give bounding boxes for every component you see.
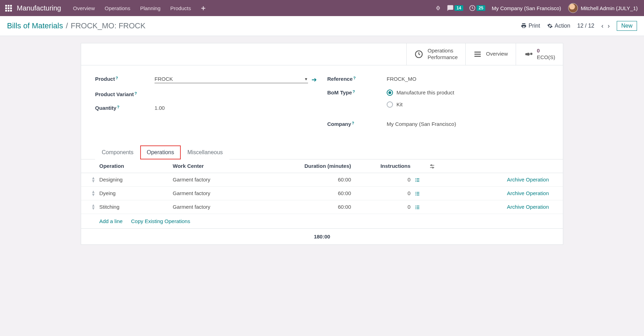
- svg-point-12: [415, 208, 416, 209]
- external-link-icon[interactable]: ➔: [312, 76, 317, 84]
- stat-overview[interactable]: Overview: [465, 43, 516, 65]
- nav-planning[interactable]: Planning: [135, 0, 165, 16]
- tab-operations[interactable]: Operations: [140, 145, 181, 159]
- activities-badge: 25: [477, 5, 485, 11]
- radio-manufacture[interactable]: Manufacture this product: [387, 90, 549, 96]
- svg-point-6: [415, 181, 416, 182]
- svg-point-10: [415, 206, 416, 206]
- company-switcher[interactable]: My Company (San Francisco): [488, 5, 564, 11]
- radio-kit[interactable]: Kit: [387, 101, 549, 108]
- th-instructions[interactable]: Instructions: [351, 163, 410, 169]
- copy-existing-operations[interactable]: Copy Existing Operations: [131, 218, 190, 224]
- debug-icon[interactable]: [435, 5, 441, 11]
- archive-operation-button[interactable]: Archive Operation: [507, 190, 549, 196]
- action-button[interactable]: Action: [547, 23, 570, 29]
- svg-point-4: [415, 178, 416, 179]
- reference-value[interactable]: FROCK_MO: [387, 76, 549, 82]
- apps-icon[interactable]: [3, 5, 14, 12]
- notebook-tabs: Components Operations Miscellaneous: [81, 145, 563, 159]
- svg-point-3: [432, 167, 433, 168]
- print-button[interactable]: Print: [521, 23, 540, 29]
- svg-point-7: [415, 192, 416, 193]
- th-duration[interactable]: Duration (minutes): [271, 163, 351, 169]
- stat-bar: OperationsPerformance Overview 0ECO(S): [81, 43, 563, 65]
- add-a-line[interactable]: Add a line: [99, 218, 123, 224]
- th-work-center[interactable]: Work Center: [173, 163, 271, 169]
- company-value[interactable]: My Company (San Francisco): [387, 121, 549, 127]
- caret-down-icon: ▼: [304, 77, 308, 81]
- pager-prev-icon[interactable]: ‹: [601, 22, 603, 30]
- instructions-list-icon[interactable]: [410, 190, 424, 196]
- product-select[interactable]: FROCK ▼: [155, 76, 308, 83]
- topbar: Manufacturing Overview Operations Planni…: [0, 0, 644, 16]
- breadcrumb-current: FROCK_MO: FROCK: [71, 21, 145, 30]
- th-operation[interactable]: Operation: [99, 163, 173, 169]
- stat-operations-performance[interactable]: OperationsPerformance: [406, 43, 465, 65]
- pager[interactable]: 12 / 12: [577, 23, 594, 29]
- messaging-badge: 14: [455, 5, 463, 11]
- label-variant: Product Variant: [95, 91, 134, 97]
- nav-plus-icon[interactable]: [196, 0, 211, 16]
- help-icon[interactable]: ?: [117, 105, 120, 109]
- table-row[interactable]: ▲▼ Dyeing Garment factory 60:00 0 Archiv…: [81, 187, 563, 200]
- label-bom-type: BoM Type: [327, 90, 352, 95]
- activities-icon[interactable]: 25: [469, 5, 485, 12]
- label-reference: Reference: [327, 76, 353, 82]
- pager-next-icon[interactable]: ›: [608, 22, 610, 30]
- archive-operation-button[interactable]: Archive Operation: [507, 204, 549, 210]
- user-name: Mitchell Admin (JULY_1): [581, 5, 638, 11]
- help-icon[interactable]: ?: [116, 76, 118, 80]
- quantity-value[interactable]: 1.00: [155, 105, 317, 111]
- nav-products[interactable]: Products: [165, 0, 196, 16]
- control-bar: Bills of Materials / FROCK_MO: FROCK Pri…: [0, 16, 644, 36]
- breadcrumb-root[interactable]: Bills of Materials: [7, 21, 63, 30]
- label-quantity: Quantity: [95, 105, 116, 111]
- tab-components[interactable]: Components: [95, 145, 140, 159]
- tab-miscellaneous[interactable]: Miscellaneous: [181, 145, 229, 159]
- svg-point-5: [415, 180, 416, 180]
- nav-overview[interactable]: Overview: [68, 0, 100, 16]
- operations-grid: Operation Work Center Duration (minutes)…: [81, 159, 563, 244]
- stat-ecos[interactable]: 0ECO(S): [516, 43, 563, 65]
- app-brand[interactable]: Manufacturing: [17, 4, 61, 12]
- instructions-list-icon[interactable]: [410, 204, 424, 210]
- nav-operations[interactable]: Operations: [100, 0, 135, 16]
- form-sheet: OperationsPerformance Overview 0ECO(S) P…: [81, 43, 563, 245]
- instructions-list-icon[interactable]: [410, 177, 424, 183]
- th-settings-icon[interactable]: [424, 163, 435, 169]
- grid-header: Operation Work Center Duration (minutes)…: [81, 159, 563, 173]
- table-row[interactable]: ▲▼ Designing Garment factory 60:00 0 Arc…: [81, 173, 563, 187]
- label-company: Company: [327, 121, 351, 127]
- drag-handle-icon[interactable]: ▲▼: [87, 190, 99, 196]
- grid-total-duration: 180:00: [81, 228, 563, 244]
- svg-point-8: [415, 193, 416, 194]
- drag-handle-icon[interactable]: ▲▼: [87, 204, 99, 210]
- avatar: [568, 3, 578, 13]
- table-row[interactable]: ▲▼ Stitching Garment factory 60:00 0 Arc…: [81, 200, 563, 214]
- messaging-icon[interactable]: 14: [447, 5, 463, 12]
- svg-point-2: [431, 165, 432, 166]
- svg-point-9: [415, 195, 416, 195]
- new-button[interactable]: New: [617, 21, 637, 31]
- drag-handle-icon[interactable]: ▲▼: [87, 177, 99, 183]
- archive-operation-button[interactable]: Archive Operation: [507, 177, 549, 183]
- user-menu[interactable]: Mitchell Admin (JULY_1): [565, 3, 641, 13]
- help-icon[interactable]: ?: [353, 76, 356, 80]
- label-product: Product: [95, 76, 115, 82]
- breadcrumb-sep: /: [66, 21, 68, 30]
- help-icon[interactable]: ?: [353, 90, 355, 94]
- help-icon[interactable]: ?: [135, 91, 137, 95]
- svg-point-11: [415, 207, 416, 208]
- help-icon[interactable]: ?: [352, 121, 354, 125]
